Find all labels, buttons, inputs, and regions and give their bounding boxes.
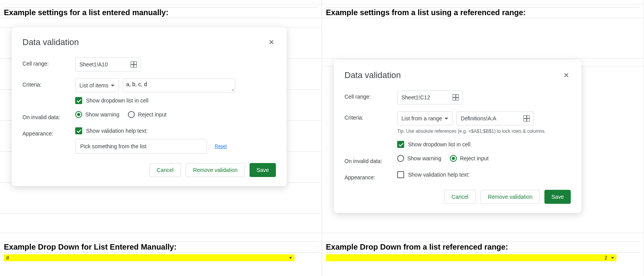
help-text-label: Show validation help text: (86, 128, 148, 134)
heading-right-settings: Example settings from a list using a ref… (326, 7, 640, 18)
grid-icon[interactable] (453, 94, 459, 101)
remove-validation-button[interactable]: Remove validation (186, 163, 245, 177)
criteria-value-input[interactable]: a, b, c, d (123, 78, 235, 92)
on-invalid-label: On invalid data: (344, 155, 391, 164)
criteria-type-value: List of items (79, 82, 108, 89)
reject-input-radio[interactable] (128, 111, 135, 118)
criteria-type-dropdown[interactable]: List of items (75, 78, 119, 92)
chevron-down-icon (444, 118, 448, 120)
dropdown-cell-value: d (6, 255, 9, 260)
show-warning-label: Show warning (407, 155, 441, 161)
close-icon[interactable]: ✕ (267, 36, 276, 48)
cancel-button[interactable]: Cancel (444, 190, 476, 204)
criteria-type-dropdown[interactable]: List from a range (397, 111, 453, 125)
help-text-value: Pick something from the list (80, 143, 146, 149)
left-column: Example settings for a list entered manu… (0, 0, 322, 276)
cell-range-label: Cell range: (22, 57, 69, 67)
criteria-range-value: Definitions!A:A (461, 115, 496, 122)
chevron-down-icon (111, 85, 115, 87)
grid-icon[interactable] (131, 61, 137, 68)
help-text-label: Show validation help text: (408, 172, 470, 178)
dropdown-cell-left[interactable]: d (4, 254, 294, 261)
cell-range-value: Sheet1!A10 (79, 61, 108, 68)
criteria-label: Criteria: (344, 111, 391, 121)
heading-left-dropdown: Example Drop Down for List Entered Manua… (4, 241, 318, 253)
right-column: Example settings from a list using a ref… (322, 0, 644, 276)
criteria-range-input[interactable]: Definitions!A:A (456, 111, 534, 125)
reject-input-label: Reject input (460, 155, 489, 161)
remove-validation-button[interactable]: Remove validation (480, 190, 540, 204)
chevron-down-icon[interactable] (611, 257, 614, 259)
tip-text: Tip: Use absolute references (e.g. =$A$1… (397, 128, 571, 134)
data-validation-dialog: Data validation ✕ Cell range: Sheet1!A10… (12, 27, 287, 186)
reject-input-label: Reject input (138, 111, 167, 118)
show-dropdown-checkbox[interactable] (75, 97, 82, 104)
show-warning-label: Show warning (85, 111, 119, 118)
dropdown-cell-value: 2 (604, 255, 607, 260)
help-text-checkbox[interactable] (75, 127, 82, 134)
cell-range-label: Cell range: (344, 90, 391, 100)
reject-input-radio[interactable] (450, 155, 457, 162)
show-dropdown-label: Show dropdown list in cell (86, 97, 148, 104)
data-validation-dialog: Data validation ✕ Cell range: Sheet1!C12… (334, 60, 582, 213)
appearance-label: Appearance: (22, 127, 69, 137)
cancel-button[interactable]: Cancel (149, 163, 181, 177)
show-warning-radio[interactable] (397, 155, 404, 162)
help-text-input[interactable]: Pick something from the list (75, 139, 207, 154)
show-dropdown-label: Show dropdown list in cell (408, 141, 470, 148)
show-warning-radio[interactable] (75, 111, 82, 118)
resize-handle-icon[interactable] (230, 87, 234, 91)
grid-icon[interactable] (523, 115, 530, 122)
criteria-type-value: List from a range (401, 115, 442, 122)
dropdown-cell-right[interactable]: 2 (326, 254, 616, 261)
reset-link[interactable]: Reset (215, 144, 227, 149)
close-icon[interactable]: ✕ (562, 69, 571, 81)
criteria-value-text: a, b, c, d (126, 81, 147, 87)
cell-range-input[interactable]: Sheet1!A10 (75, 57, 141, 71)
dialog-title: Data validation (22, 37, 79, 47)
show-dropdown-checkbox[interactable] (397, 141, 404, 148)
save-button[interactable]: Save (544, 190, 571, 204)
criteria-label: Criteria: (22, 78, 69, 88)
help-text-checkbox[interactable] (397, 171, 404, 178)
cell-range-value: Sheet1!C12 (401, 94, 430, 101)
heading-right-dropdown: Example Drop Down from a list referenced… (326, 241, 640, 253)
chevron-down-icon[interactable] (289, 257, 292, 259)
dialog-title: Data validation (344, 70, 401, 80)
heading-left-settings: Example settings for a list entered manu… (4, 7, 318, 18)
on-invalid-label: On invalid data: (22, 111, 69, 120)
cell-range-input[interactable]: Sheet1!C12 (397, 90, 463, 104)
appearance-label: Appearance: (344, 171, 391, 181)
save-button[interactable]: Save (250, 163, 276, 177)
